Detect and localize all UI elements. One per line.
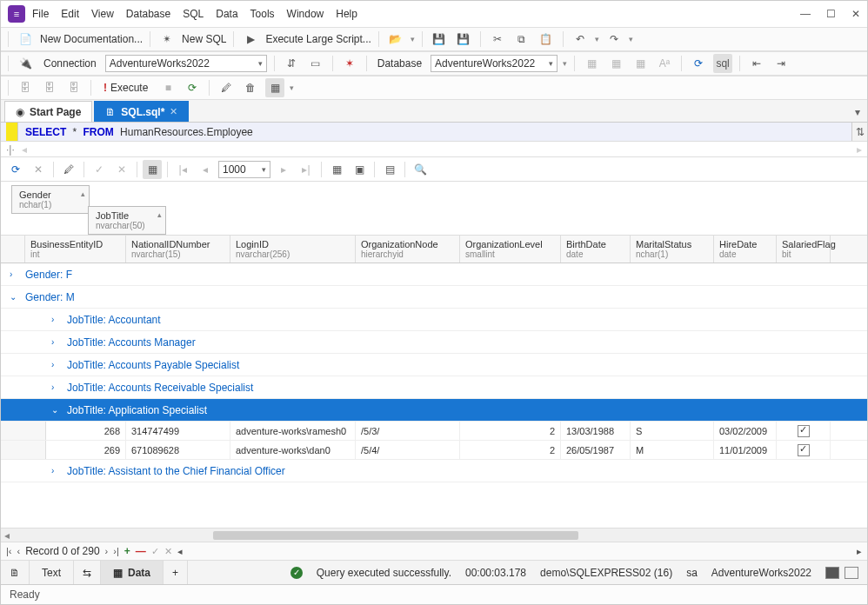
new-sql-icon[interactable]: ✴ xyxy=(157,30,177,49)
rec-delete-icon[interactable]: — xyxy=(136,545,146,557)
col-orgnode[interactable]: OrganizationNodehierarchyid xyxy=(356,236,460,263)
group-jobtitle[interactable]: ›JobTitle: Accounts Manager xyxy=(1,331,867,354)
btab-add-icon[interactable]: + xyxy=(164,561,188,584)
menu-data[interactable]: Data xyxy=(216,8,237,20)
menu-edit[interactable]: Edit xyxy=(61,8,79,20)
db-icon-3[interactable]: 🗄 xyxy=(64,78,83,97)
view-mode-1-icon[interactable] xyxy=(825,567,839,579)
new-doc-icon[interactable]: 📄 xyxy=(16,30,35,49)
grid-rollback-icon[interactable]: ✕ xyxy=(112,160,131,179)
save-all-icon[interactable]: 💾 xyxy=(454,30,473,49)
col-salariedflag[interactable]: SalariedFlagbit xyxy=(777,236,831,263)
indent-left-icon[interactable]: ⇤ xyxy=(747,54,766,73)
editor-scroll-icon[interactable]: ⇅ xyxy=(851,123,867,141)
btab-data[interactable]: ▦Data xyxy=(101,561,164,584)
indent-right-icon[interactable]: ⇥ xyxy=(771,54,791,73)
conn-tool1-icon[interactable]: ⇵ xyxy=(282,54,301,73)
menu-database[interactable]: Database xyxy=(126,8,170,20)
db-tool1-icon[interactable]: ▦ xyxy=(582,54,601,73)
paste-icon[interactable]: 📋 xyxy=(537,30,556,49)
group-col-gender[interactable]: Gender nchar(1) ▴ xyxy=(11,185,90,214)
minimize-icon[interactable]: — xyxy=(800,8,811,20)
db-tool3-icon[interactable]: ▦ xyxy=(631,54,650,73)
connection-icon[interactable]: 🔌 xyxy=(16,54,35,73)
rec-commit-icon[interactable]: ✓ xyxy=(151,546,159,557)
tabs-overflow-icon[interactable]: ▾ xyxy=(848,103,867,122)
table-row[interactable]: 269 671089628 adventure-works\dan0 /5/4/… xyxy=(1,441,867,460)
new-sql-button[interactable]: New SQL xyxy=(182,33,226,45)
layout2-icon[interactable]: ▣ xyxy=(350,160,369,179)
sort-asc-icon[interactable]: ▴ xyxy=(81,189,85,198)
grid-cancel-icon[interactable]: ✕ xyxy=(29,160,48,179)
copy-icon[interactable]: ⧉ xyxy=(512,30,531,49)
exec-tool1-icon[interactable]: 🖉 xyxy=(217,78,236,97)
col-loginid[interactable]: LoginIDnvarchar(256) xyxy=(230,236,356,263)
col-birthdate[interactable]: BirthDatedate xyxy=(561,236,631,263)
layout3-icon[interactable]: ▤ xyxy=(380,160,399,179)
db-tool2-icon[interactable]: ▦ xyxy=(606,54,625,73)
exec-large-button[interactable]: Execute Large Script... xyxy=(265,33,371,45)
cut-icon[interactable]: ✂ xyxy=(488,30,507,49)
open-icon[interactable]: 📂 xyxy=(386,30,405,49)
menu-window[interactable]: Window xyxy=(287,8,324,20)
connection-combo[interactable]: AdventureWorks2022▾ xyxy=(105,55,267,72)
horizontal-scrollbar[interactable]: ◂ xyxy=(1,528,867,542)
menu-view[interactable]: View xyxy=(91,8,114,20)
page-first-icon[interactable]: |◂ xyxy=(173,160,192,179)
exec-tool2-icon[interactable]: 🗑 xyxy=(241,78,260,97)
search-grid-icon[interactable]: 🔍 xyxy=(411,160,430,179)
rec-next-icon[interactable]: › xyxy=(105,546,109,556)
nav-right-icon[interactable]: ▸ xyxy=(857,143,862,156)
col-businessentityid[interactable]: BusinessEntityIDint xyxy=(25,236,126,263)
checkbox-checked-icon[interactable] xyxy=(798,425,810,437)
table-row[interactable]: 268 314747499 adventure-works\ramesh0 /5… xyxy=(1,422,867,441)
rec-scroll-right-icon[interactable]: ▸ xyxy=(857,546,862,557)
tab-start-page[interactable]: ◉ Start Page xyxy=(4,101,92,122)
group-by-zone[interactable]: Gender nchar(1) ▴ JobTitle nvarchar(50) … xyxy=(1,182,867,236)
rec-first-icon[interactable]: |‹ xyxy=(6,546,12,556)
menu-sql[interactable]: SQL xyxy=(183,8,204,20)
page-last-icon[interactable]: ▸| xyxy=(297,160,316,179)
redo-icon[interactable]: ↷ xyxy=(604,30,624,49)
conn-tool2-icon[interactable]: ▭ xyxy=(306,54,325,73)
execute-button[interactable]: !Execute xyxy=(98,80,153,96)
checkbox-checked-icon[interactable] xyxy=(798,444,810,456)
group-jobtitle-expanded[interactable]: ⌄JobTitle: Application Specialist xyxy=(1,399,867,422)
maximize-icon[interactable]: ☐ xyxy=(826,8,836,20)
grid-view-icon[interactable]: ▦ xyxy=(143,160,162,179)
group-col-jobtitle[interactable]: JobTitle nvarchar(50) ▴ xyxy=(88,206,166,235)
save-icon[interactable]: 💾 xyxy=(430,30,449,49)
exec-reload-icon[interactable]: ⟳ xyxy=(183,78,202,97)
group-jobtitle[interactable]: ›JobTitle: Accounts Payable Specialist xyxy=(1,354,867,376)
rec-add-icon[interactable]: + xyxy=(124,545,130,557)
rec-prev-icon[interactable]: ‹ xyxy=(17,546,21,556)
view-mode-2-icon[interactable] xyxy=(845,567,858,579)
exec-tool3-icon[interactable]: ▦ xyxy=(265,78,284,97)
menu-tools[interactable]: Tools xyxy=(250,8,275,20)
group-gender-f[interactable]: › Gender: F xyxy=(1,263,867,286)
db-icon-2[interactable]: 🗄 xyxy=(40,78,59,97)
db-tool4-icon[interactable]: Aª xyxy=(655,54,674,73)
tab-close-icon[interactable]: ✕ xyxy=(170,106,177,117)
nav-left-icon[interactable]: ◂ xyxy=(22,143,27,156)
conn-tool3-icon[interactable]: ✶ xyxy=(340,54,359,73)
group-jobtitle[interactable]: ›JobTitle: Accounts Receivable Specialis… xyxy=(1,376,867,399)
page-next-icon[interactable]: ▸ xyxy=(274,160,293,179)
grid-commit-icon[interactable]: ✓ xyxy=(90,160,109,179)
sql-editor[interactable]: SELECT * FROM HumanResources.Employee ⇅ xyxy=(1,123,867,142)
database-combo[interactable]: AdventureWorks2022▾ xyxy=(431,55,558,72)
new-doc-button[interactable]: New Documentation... xyxy=(40,33,143,45)
col-orglevel[interactable]: OrganizationLevelsmallint xyxy=(460,236,561,263)
layout1-icon[interactable]: ▦ xyxy=(327,160,346,179)
stop-icon[interactable]: ■ xyxy=(158,78,177,97)
btab-text-icon[interactable]: 🗎 xyxy=(1,561,30,584)
group-jobtitle[interactable]: ›JobTitle: Accountant xyxy=(1,309,867,331)
page-size-combo[interactable]: 1000▾ xyxy=(218,161,270,178)
rec-last-icon[interactable]: ›| xyxy=(113,546,119,556)
sql-mode-icon[interactable]: sql xyxy=(713,54,732,73)
splitter-handle-icon[interactable]: ·|· xyxy=(6,143,15,156)
rec-scroll-left-icon[interactable]: ◂ xyxy=(177,546,183,557)
col-nationalid[interactable]: NationalIDNumbernvarchar(15) xyxy=(126,236,230,263)
scrollbar-thumb[interactable] xyxy=(213,531,578,540)
exec-large-icon[interactable]: ▶ xyxy=(241,30,260,49)
